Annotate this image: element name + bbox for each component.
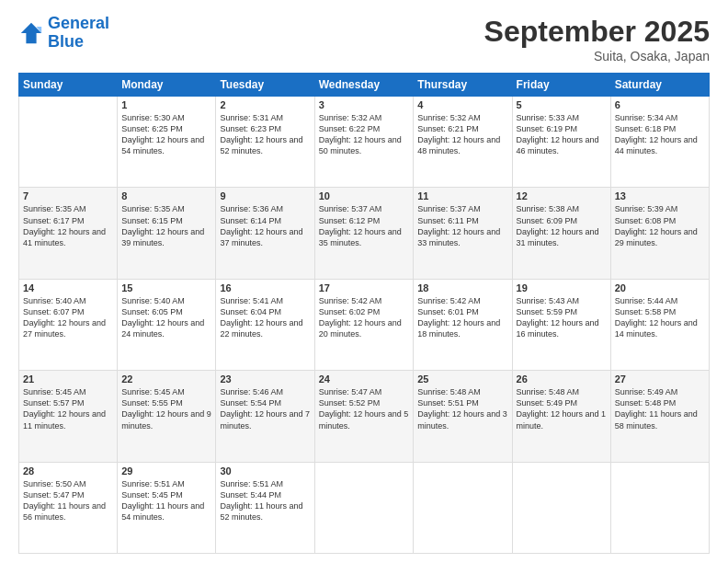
logo-icon <box>18 20 44 46</box>
calendar-cell: 30Sunrise: 5:51 AMSunset: 5:44 PMDayligh… <box>216 462 314 553</box>
calendar-cell: 22Sunrise: 5:45 AMSunset: 5:55 PMDayligh… <box>118 371 216 462</box>
day-number: 9 <box>220 190 310 201</box>
calendar-cell <box>19 97 118 188</box>
calendar-cell: 18Sunrise: 5:42 AMSunset: 6:01 PMDayligh… <box>414 279 512 370</box>
calendar-week-4: 21Sunrise: 5:45 AMSunset: 5:57 PMDayligh… <box>19 371 710 462</box>
day-number: 4 <box>417 99 507 110</box>
calendar-week-1: 1Sunrise: 5:30 AMSunset: 6:25 PMDaylight… <box>19 97 710 188</box>
day-number: 30 <box>220 465 310 477</box>
day-info: Sunrise: 5:32 AMSunset: 6:22 PMDaylight:… <box>319 112 410 157</box>
day-info: Sunrise: 5:40 AMSunset: 6:05 PMDaylight:… <box>121 295 211 340</box>
page: General Blue September 2025 Suita, Osaka… <box>0 0 728 563</box>
day-number: 25 <box>417 373 507 385</box>
day-info: Sunrise: 5:33 AMSunset: 6:19 PMDaylight:… <box>517 112 607 157</box>
day-info: Sunrise: 5:45 AMSunset: 5:57 PMDaylight:… <box>23 386 113 431</box>
calendar-table: SundayMondayTuesdayWednesdayThursdayFrid… <box>18 73 710 554</box>
calendar-cell: 23Sunrise: 5:46 AMSunset: 5:54 PMDayligh… <box>216 371 314 462</box>
day-number: 1 <box>121 99 211 110</box>
calendar-cell: 24Sunrise: 5:47 AMSunset: 5:52 PMDayligh… <box>314 371 414 462</box>
day-number: 26 <box>517 373 607 385</box>
day-number: 24 <box>319 373 410 385</box>
day-info: Sunrise: 5:43 AMSunset: 5:59 PMDaylight:… <box>517 295 607 340</box>
day-number: 7 <box>23 190 113 201</box>
svg-marker-0 <box>21 23 41 43</box>
calendar-cell: 17Sunrise: 5:42 AMSunset: 6:02 PMDayligh… <box>314 279 414 370</box>
title-block: September 2025 Suita, Osaka, Japan <box>484 15 710 63</box>
weekday-header-thursday: Thursday <box>414 74 512 97</box>
day-number: 23 <box>220 373 310 385</box>
day-info: Sunrise: 5:48 AMSunset: 5:51 PMDaylight:… <box>417 386 507 431</box>
day-number: 2 <box>220 99 310 110</box>
day-number: 29 <box>121 465 211 477</box>
day-number: 15 <box>121 282 211 293</box>
day-number: 10 <box>319 190 410 201</box>
calendar-cell: 2Sunrise: 5:31 AMSunset: 6:23 PMDaylight… <box>216 97 314 188</box>
header: General Blue September 2025 Suita, Osaka… <box>18 15 710 63</box>
weekday-header-row: SundayMondayTuesdayWednesdayThursdayFrid… <box>19 74 710 97</box>
day-number: 6 <box>615 99 705 110</box>
weekday-header-saturday: Saturday <box>610 74 709 97</box>
day-info: Sunrise: 5:37 AMSunset: 6:11 PMDaylight:… <box>417 203 507 248</box>
weekday-header-sunday: Sunday <box>19 74 118 97</box>
calendar-cell: 25Sunrise: 5:48 AMSunset: 5:51 PMDayligh… <box>414 371 512 462</box>
day-info: Sunrise: 5:42 AMSunset: 6:02 PMDaylight:… <box>319 295 410 340</box>
calendar-cell: 11Sunrise: 5:37 AMSunset: 6:11 PMDayligh… <box>414 188 512 279</box>
calendar-cell: 16Sunrise: 5:41 AMSunset: 6:04 PMDayligh… <box>216 279 314 370</box>
day-info: Sunrise: 5:35 AMSunset: 6:15 PMDaylight:… <box>121 203 211 248</box>
calendar-cell: 7Sunrise: 5:35 AMSunset: 6:17 PMDaylight… <box>19 188 118 279</box>
day-info: Sunrise: 5:44 AMSunset: 5:58 PMDaylight:… <box>615 295 705 340</box>
weekday-header-monday: Monday <box>118 74 216 97</box>
day-number: 22 <box>121 373 211 385</box>
calendar-cell: 19Sunrise: 5:43 AMSunset: 5:59 PMDayligh… <box>512 279 610 370</box>
calendar-cell: 15Sunrise: 5:40 AMSunset: 6:05 PMDayligh… <box>118 279 216 370</box>
day-info: Sunrise: 5:40 AMSunset: 6:07 PMDaylight:… <box>23 295 113 340</box>
day-number: 8 <box>121 190 211 201</box>
weekday-header-tuesday: Tuesday <box>216 74 314 97</box>
calendar-cell <box>610 462 709 553</box>
calendar-cell: 27Sunrise: 5:49 AMSunset: 5:48 PMDayligh… <box>610 371 709 462</box>
month-title: September 2025 <box>484 15 710 49</box>
day-info: Sunrise: 5:51 AMSunset: 5:45 PMDaylight:… <box>121 478 211 523</box>
logo-text: General Blue <box>48 15 109 52</box>
day-info: Sunrise: 5:39 AMSunset: 6:08 PMDaylight:… <box>615 203 705 248</box>
day-info: Sunrise: 5:37 AMSunset: 6:12 PMDaylight:… <box>319 203 410 248</box>
calendar-cell <box>512 462 610 553</box>
day-info: Sunrise: 5:35 AMSunset: 6:17 PMDaylight:… <box>23 203 113 248</box>
day-number: 3 <box>319 99 410 110</box>
calendar-cell: 8Sunrise: 5:35 AMSunset: 6:15 PMDaylight… <box>118 188 216 279</box>
day-number: 27 <box>615 373 705 385</box>
day-info: Sunrise: 5:47 AMSunset: 5:52 PMDaylight:… <box>319 386 410 431</box>
calendar-week-5: 28Sunrise: 5:50 AMSunset: 5:47 PMDayligh… <box>19 462 710 553</box>
day-number: 18 <box>417 282 507 293</box>
calendar-cell: 10Sunrise: 5:37 AMSunset: 6:12 PMDayligh… <box>314 188 414 279</box>
weekday-header-wednesday: Wednesday <box>314 74 414 97</box>
calendar-cell: 14Sunrise: 5:40 AMSunset: 6:07 PMDayligh… <box>19 279 118 370</box>
day-info: Sunrise: 5:31 AMSunset: 6:23 PMDaylight:… <box>220 112 310 157</box>
location: Suita, Osaka, Japan <box>484 49 710 63</box>
day-info: Sunrise: 5:30 AMSunset: 6:25 PMDaylight:… <box>121 112 211 157</box>
calendar-cell: 21Sunrise: 5:45 AMSunset: 5:57 PMDayligh… <box>19 371 118 462</box>
day-info: Sunrise: 5:42 AMSunset: 6:01 PMDaylight:… <box>417 295 507 340</box>
weekday-header-friday: Friday <box>512 74 610 97</box>
calendar-week-3: 14Sunrise: 5:40 AMSunset: 6:07 PMDayligh… <box>19 279 710 370</box>
calendar-cell: 4Sunrise: 5:32 AMSunset: 6:21 PMDaylight… <box>414 97 512 188</box>
day-info: Sunrise: 5:49 AMSunset: 5:48 PMDaylight:… <box>615 386 705 431</box>
day-number: 21 <box>23 373 113 385</box>
calendar-cell <box>314 462 414 553</box>
calendar-cell: 6Sunrise: 5:34 AMSunset: 6:18 PMDaylight… <box>610 97 709 188</box>
day-number: 19 <box>517 282 607 293</box>
day-number: 13 <box>615 190 705 201</box>
day-info: Sunrise: 5:51 AMSunset: 5:44 PMDaylight:… <box>220 478 310 523</box>
day-number: 12 <box>517 190 607 201</box>
calendar-cell: 1Sunrise: 5:30 AMSunset: 6:25 PMDaylight… <box>118 97 216 188</box>
day-number: 5 <box>517 99 607 110</box>
day-info: Sunrise: 5:38 AMSunset: 6:09 PMDaylight:… <box>517 203 607 248</box>
day-info: Sunrise: 5:41 AMSunset: 6:04 PMDaylight:… <box>220 295 310 340</box>
day-number: 20 <box>615 282 705 293</box>
calendar-cell: 9Sunrise: 5:36 AMSunset: 6:14 PMDaylight… <box>216 188 314 279</box>
day-number: 28 <box>23 465 113 477</box>
day-info: Sunrise: 5:50 AMSunset: 5:47 PMDaylight:… <box>23 478 113 523</box>
logo: General Blue <box>18 15 109 52</box>
day-info: Sunrise: 5:36 AMSunset: 6:14 PMDaylight:… <box>220 203 310 248</box>
calendar-cell: 29Sunrise: 5:51 AMSunset: 5:45 PMDayligh… <box>118 462 216 553</box>
